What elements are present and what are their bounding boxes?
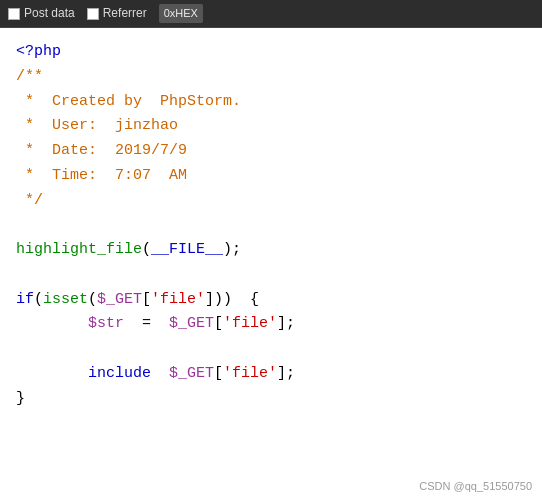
code-line-2: /** [16, 65, 526, 90]
code-line-5: * Date: 2019/7/9 [16, 139, 526, 164]
code-line-11: if(isset($_GET['file'])) { [16, 288, 526, 313]
toolbar: Post data Referrer 0xHEX [0, 0, 542, 28]
code-line-1: <?php [16, 40, 526, 65]
code-line-4: * User: jinzhao [16, 114, 526, 139]
code-line-9: highlight_file(__FILE__); [16, 238, 526, 263]
hex-badge: 0xHEX [159, 4, 203, 24]
code-line-6: * Time: 7:07 AM [16, 164, 526, 189]
code-line-12: $str = $_GET['file']; [16, 312, 526, 337]
code-area: <?php /** * Created by PhpStorm. * User:… [0, 28, 542, 504]
code-line-7: */ [16, 189, 526, 214]
code-line-8 [16, 213, 526, 238]
code-line-14: include $_GET['file']; [16, 362, 526, 387]
code-line-10 [16, 263, 526, 288]
post-data-checkbox[interactable] [8, 8, 20, 20]
referrer-label: Referrer [103, 4, 147, 23]
referrer-checkbox-item[interactable]: Referrer [87, 4, 147, 23]
code-line-3: * Created by PhpStorm. [16, 90, 526, 115]
referrer-checkbox[interactable] [87, 8, 99, 20]
watermark: CSDN @qq_51550750 [419, 478, 532, 496]
code-line-13 [16, 337, 526, 362]
post-data-checkbox-item[interactable]: Post data [8, 4, 75, 23]
hex-badge-item: 0xHEX [159, 4, 203, 24]
code-line-15: } [16, 387, 526, 412]
post-data-label: Post data [24, 4, 75, 23]
